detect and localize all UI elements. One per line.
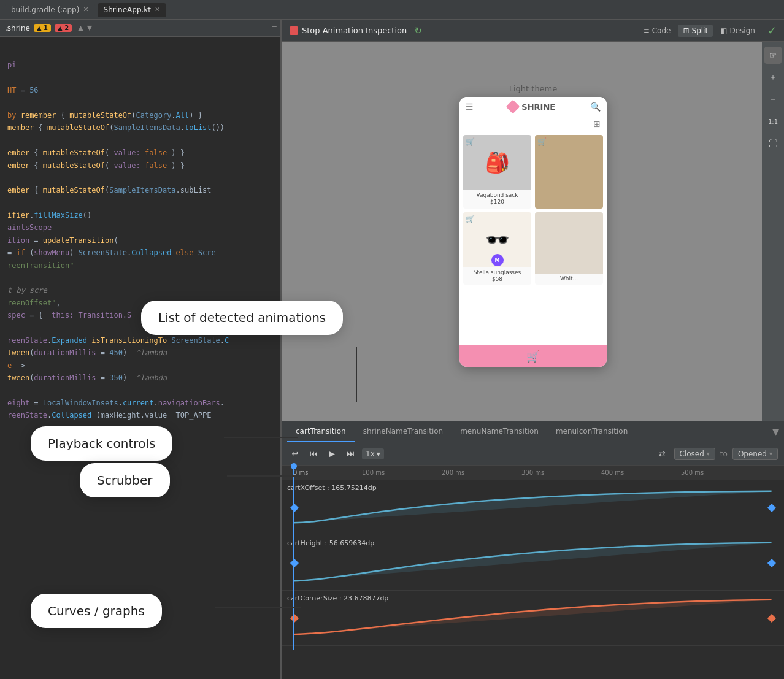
- editor-menu-icon[interactable]: ≡: [272, 24, 277, 32]
- code-mode-label: Code: [652, 26, 671, 35]
- split-mode-label: Split: [692, 26, 709, 35]
- annotation-playback-controls: Playback controls: [31, 426, 172, 461]
- from-state-selector[interactable]: Closed ▾: [674, 448, 715, 460]
- ruler-200ms: 200 ms: [442, 469, 464, 476]
- annotation-playback-label: Playback controls: [48, 436, 155, 451]
- to-label: to: [720, 450, 728, 458]
- step-forward-button[interactable]: ⏭: [344, 447, 357, 461]
- speed-selector[interactable]: 1x ▾: [362, 448, 384, 459]
- step-back-button[interactable]: ⏮: [307, 447, 320, 461]
- annotation-line-detected: [356, 347, 357, 402]
- annotation-detected-animations: List of detected animations: [141, 301, 343, 335]
- play-button[interactable]: ▶: [325, 447, 339, 461]
- to-state-selector[interactable]: Opened ▾: [732, 448, 778, 460]
- track-cart-height: cartHeight : 56.659634dp: [282, 535, 784, 591]
- annotation-scrubber: Scrubber: [80, 463, 170, 497]
- editor-nav-down[interactable]: ▼: [87, 24, 92, 32]
- mode-design-button[interactable]: ◧ Design: [715, 25, 760, 37]
- animation-panel: cartTransition shrineNameTransition menu…: [282, 421, 784, 679]
- tab-gradle[interactable]: build.gradle (:app) ✕: [5, 3, 95, 17]
- product-price-3: $58: [463, 276, 531, 285]
- transition-tabs: cartTransition shrineNameTransition menu…: [282, 421, 784, 442]
- product-cart-icon-3: 🛒: [466, 215, 475, 223]
- ruler-500ms: 500 ms: [681, 469, 704, 476]
- editor-code-content: pi HT = 56 by remember { mutableStateOf(…: [0, 37, 282, 432]
- product-card-1: 🎒 🛒 Vagabond sack $120: [463, 135, 531, 209]
- phone-cart-button[interactable]: 🛒: [459, 345, 607, 367]
- annotation-line-playback: [224, 437, 298, 438]
- tab-shrine-name-transition[interactable]: shrineNameTransition: [355, 421, 452, 442]
- editor-toolbar: .shrine ▲ 1 ▲ 2 ▲ ▼ ≡: [0, 20, 282, 37]
- split-mode-icon: ⊞: [683, 26, 689, 35]
- cursor-tool-button[interactable]: ☞: [764, 47, 782, 64]
- tab-cart-transition[interactable]: cartTransition: [287, 421, 355, 442]
- mode-code-button[interactable]: ≡ Code: [639, 25, 676, 37]
- annotation-detected-label: List of detected animations: [158, 310, 326, 325]
- zoom-out-button[interactable]: －: [764, 91, 782, 108]
- menu-icon-transition-label: menuIconTransition: [556, 427, 628, 435]
- tabs-chevron-icon[interactable]: ▼: [772, 427, 779, 437]
- product-name-4: Whit...: [535, 274, 603, 282]
- fullscreen-button[interactable]: ⛶: [764, 135, 782, 152]
- close-shrine-tab-icon[interactable]: ✕: [155, 6, 160, 13]
- speed-chevron-icon: ▾: [377, 450, 380, 458]
- stop-icon: [290, 26, 298, 35]
- annotation-scrubber-label: Scrubber: [97, 473, 153, 488]
- annotation-curves-graphs: Curves / graphs: [31, 594, 162, 628]
- mode-split-button[interactable]: ⊞ Split: [678, 25, 713, 37]
- refresh-icon[interactable]: ↻: [414, 25, 422, 36]
- cart-transition-label: cartTransition: [296, 427, 346, 435]
- inspector-header: Stop Animation Inspection ↻ ≡ Code ⊞ Spl…: [282, 20, 784, 42]
- panel-resize-handle[interactable]: [280, 20, 282, 679]
- hamburger-icon: ☰: [466, 102, 474, 112]
- tab-menu-name-transition[interactable]: menuNameTransition: [452, 421, 547, 442]
- product-name-1: Vagabond sack: [463, 190, 531, 199]
- product-image-2: [535, 135, 603, 209]
- right-panel: Stop Animation Inspection ↻ ≡ Code ⊞ Spl…: [282, 20, 784, 679]
- stop-animation-label: Stop Animation Inspection: [302, 26, 407, 35]
- phone-app-header: ☰ SHRINE 🔍: [459, 97, 607, 117]
- shrine-brand-name: SHRINE: [521, 102, 555, 112]
- ide-tab-bar: build.gradle (:app) ✕ ShrineApp.kt ✕: [0, 0, 784, 20]
- timeline-ruler: 0 ms 100 ms 200 ms 300 ms 400 ms 500 ms: [282, 466, 784, 480]
- playback-controls-row: ↩ ⏮ ▶ ⏭ 1x ▾ ⇄ Closed ▾ to Opened ▾: [282, 442, 784, 466]
- annotation-line-scrubber: [227, 475, 301, 477]
- swap-states-button[interactable]: ⇄: [656, 447, 669, 461]
- product-cart-icon-2: 🛒: [537, 137, 547, 146]
- design-mode-label: Design: [729, 26, 755, 35]
- phone-frame: ☰ SHRINE 🔍 ⊞ 🎒 🛒 V: [459, 97, 607, 367]
- product-card-3: 🕶️ 🛒 M Stella sunglasses $58: [463, 212, 531, 285]
- product-cart-icon-1: 🛒: [466, 137, 475, 146]
- editor-filename: .shrine: [5, 24, 30, 33]
- fit-button[interactable]: 1:1: [764, 113, 782, 130]
- annotation-curves-label: Curves / graphs: [48, 604, 145, 618]
- product-grid: 🎒 🛒 Vagabond sack $120 🛒 🕶️ 🛒 M: [459, 131, 607, 288]
- phone-filter-row: ⊞: [459, 117, 607, 131]
- from-state-chevron-icon: ▾: [707, 450, 710, 457]
- product-card-4: Whit...: [535, 212, 603, 285]
- timeline-playhead[interactable]: [293, 466, 294, 650]
- ruler-300ms: 300 ms: [521, 469, 544, 476]
- menu-name-transition-label: menuNameTransition: [460, 427, 539, 435]
- editor-nav-up[interactable]: ▲: [78, 24, 83, 32]
- annotation-line-curves: [215, 607, 301, 608]
- warning-badge-1: ▲ 1: [34, 24, 51, 32]
- phone-search-icon: 🔍: [590, 102, 601, 112]
- ruler-400ms: 400 ms: [601, 469, 624, 476]
- avatar-badge: M: [491, 254, 504, 266]
- preview-area: Light theme ☰ SHRINE 🔍 ⊞: [282, 42, 784, 421]
- preview-toolbar: ☞ ＋ － 1:1 ⛶: [762, 42, 784, 421]
- tab-menu-icon-transition[interactable]: menuIconTransition: [547, 421, 636, 442]
- checkmark-icon: ✓: [767, 24, 777, 37]
- stop-animation-button[interactable]: Stop Animation Inspection: [290, 26, 407, 35]
- tab-shrine[interactable]: ShrineApp.kt ✕: [98, 3, 167, 17]
- product-name-3: Stella sunglasses: [463, 267, 531, 276]
- close-gradle-tab-icon[interactable]: ✕: [83, 6, 88, 13]
- shrine-logo: SHRINE: [508, 102, 555, 112]
- product-image-4: [535, 212, 603, 274]
- zoom-in-button[interactable]: ＋: [764, 69, 782, 86]
- rewind-button[interactable]: ↩: [288, 447, 302, 461]
- playhead-dot: [291, 463, 297, 469]
- product-card-2: 🛒: [535, 135, 603, 209]
- track-label-cart-corner: cartCornerSize : 23.678877dp: [287, 594, 388, 602]
